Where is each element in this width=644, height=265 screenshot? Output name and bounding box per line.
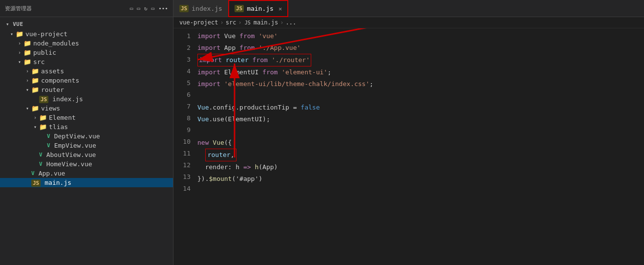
js-icon-breadcrumb: JS — [244, 20, 252, 26]
folder-icon: 📁 — [31, 86, 39, 93]
router-prop-highlight: router, — [205, 149, 237, 161]
sidebar-item-deptview[interactable]: V DeptView.vue — [0, 132, 173, 141]
code-line-6 — [195, 90, 644, 102]
code-line-8: Vue.use(ElementUI); — [195, 113, 644, 125]
vue-icon: V — [39, 152, 43, 158]
more-icon[interactable]: ••• — [158, 5, 168, 12]
new-folder-icon[interactable]: ▭ — [137, 5, 140, 12]
sidebar-item-src[interactable]: ▾ 📁 src — [0, 57, 173, 66]
tab-index-js[interactable]: JS index.js — [173, 0, 229, 17]
sidebar-item-aboutview[interactable]: V AboutView.vue — [0, 150, 173, 159]
code-line-7: Vue.config.productionTip = false — [195, 102, 644, 113]
breadcrumb: vue-project › src › JS main.js › ... — [173, 17, 644, 28]
sidebar-item-appvue[interactable]: V App.vue — [0, 169, 173, 178]
tree-label: vue-project — [25, 30, 173, 38]
folder-icon: 📁 — [31, 67, 39, 75]
tab-close-button[interactable]: ✕ — [279, 5, 282, 12]
js-icon: JS — [39, 95, 48, 103]
new-file-icon[interactable]: ▭ — [130, 5, 133, 12]
vue-icon: V — [47, 133, 50, 139]
tree-label: router — [41, 86, 173, 93]
explorer-icons: ▭ ▭ ↻ ▭ ••• — [130, 5, 168, 12]
breadcrumb-sep: › — [220, 19, 223, 26]
code-line-13: }).$mount('#app') — [195, 173, 644, 185]
tree-label: AboutView.vue — [46, 151, 173, 158]
explorer-panel-header: 资源管理器 ▭ ▭ ↻ ▭ ••• — [0, 0, 173, 17]
tree-label: main.js — [44, 179, 173, 186]
folder-icon: 📁 — [16, 30, 23, 38]
folder-icon: 📁 — [23, 40, 31, 47]
tree-label: src — [33, 58, 173, 66]
sidebar-item-components[interactable]: › 📁 components — [0, 76, 173, 85]
folder-icon: 📁 — [23, 49, 31, 56]
folder-icon: 📁 — [39, 123, 47, 131]
code-line-5: import 'element-ui/lib/theme-chalk/index… — [195, 78, 644, 90]
sidebar-item-router[interactable]: ▾ 📁 router — [0, 85, 173, 94]
sidebar: ▾ VUE ▾ 📁 vue-project › 📁 node_modules ›… — [0, 17, 173, 265]
tree-label: assets — [41, 67, 173, 75]
tree-label: tlias — [49, 123, 173, 131]
code-line-11: router, — [195, 149, 644, 161]
breadcrumb-part: main.js — [254, 19, 279, 26]
explorer-title-text: 资源管理器 — [5, 5, 32, 12]
vue-icon: V — [31, 170, 35, 177]
tab-main-js[interactable]: JS main.js ✕ — [229, 0, 288, 17]
code-line-2: import App from './App.vue' — [195, 42, 644, 54]
sidebar-item-public[interactable]: › 📁 public — [0, 48, 173, 57]
sidebar-item-node-modules[interactable]: › 📁 node_modules — [0, 39, 173, 48]
sidebar-item-router-index[interactable]: JS index.js — [0, 94, 173, 104]
main-content: ▾ VUE ▾ 📁 vue-project › 📁 node_modules ›… — [0, 17, 644, 265]
breadcrumb-sep: › — [238, 19, 241, 26]
folder-icon: 📁 — [39, 114, 47, 121]
tabs-area: JS index.js JS main.js ✕ — [173, 0, 644, 17]
js-file-icon-main: JS — [235, 5, 244, 12]
tree-label: Element — [49, 114, 173, 121]
code-editor[interactable]: import Vue from 'vue' import App from '.… — [195, 28, 644, 265]
tree-label: HomeView.vue — [46, 160, 173, 168]
tree-label: node_modules — [33, 40, 173, 47]
folder-icon: 📁 — [31, 105, 39, 112]
code-line-1: import Vue from 'vue' — [195, 30, 644, 42]
code-line-12: render: h => h(App) — [195, 161, 644, 173]
refresh-icon[interactable]: ↻ — [144, 5, 148, 12]
sidebar-item-assets[interactable]: › 📁 assets — [0, 66, 173, 76]
breadcrumb-sep: › — [280, 19, 283, 26]
sidebar-item-vue-project[interactable]: ▾ 📁 vue-project — [0, 29, 173, 39]
folder-icon: 📁 — [31, 77, 39, 84]
code-line-4: import ElementUI from 'element-ui'; — [195, 66, 644, 78]
vue-icon: V — [47, 142, 50, 149]
tab-label: index.js — [192, 5, 222, 12]
tree-label: public — [33, 49, 173, 56]
sidebar-item-empview[interactable]: V EmpView.vue — [0, 141, 173, 150]
code-line-9 — [195, 125, 644, 137]
js-file-icon: JS — [179, 5, 189, 12]
tree-label: views — [41, 105, 173, 112]
collapse-icon[interactable]: ▭ — [151, 5, 155, 12]
editor-area: vue-project › src › JS main.js › ... 1 2… — [173, 17, 644, 265]
breadcrumb-part: ... — [286, 19, 297, 26]
code-line-3: import router from './router' — [195, 54, 644, 66]
code-line-10: new Vue({ — [195, 137, 644, 149]
tree-label: components — [41, 77, 173, 84]
top-bar: 资源管理器 ▭ ▭ ↻ ▭ ••• JS index.js JS main.js… — [0, 0, 644, 17]
code-line-14 — [195, 185, 644, 197]
folder-icon: 📁 — [23, 58, 31, 66]
line-numbers: 1 2 3 4 5 6 7 8 9 10 11 12 13 14 — [173, 28, 195, 265]
tree-label: App.vue — [39, 170, 173, 177]
tab-label-main: main.js — [247, 5, 274, 12]
import-router-highlight: import router from './router' — [197, 54, 311, 66]
sidebar-item-tlias[interactable]: ▾ 📁 tlias — [0, 122, 173, 132]
tree-label: EmpView.vue — [54, 142, 173, 149]
sidebar-item-mainjs[interactable]: JS main.js — [0, 178, 173, 187]
breadcrumb-part: vue-project — [179, 19, 218, 26]
tree-label: index.js — [52, 95, 173, 103]
breadcrumb-part: src — [226, 19, 236, 26]
vue-icon: V — [39, 161, 43, 167]
tree-label: DeptView.vue — [54, 132, 173, 140]
sidebar-item-homeview[interactable]: V HomeView.vue — [0, 159, 173, 169]
sidebar-item-views[interactable]: ▾ 📁 views — [0, 104, 173, 113]
js-icon: JS — [31, 179, 41, 186]
sidebar-section-vue: ▾ VUE — [0, 19, 173, 29]
sidebar-item-element[interactable]: › 📁 Element — [0, 113, 173, 122]
code-area: 1 2 3 4 5 6 7 8 9 10 11 12 13 14 import … — [173, 28, 644, 265]
